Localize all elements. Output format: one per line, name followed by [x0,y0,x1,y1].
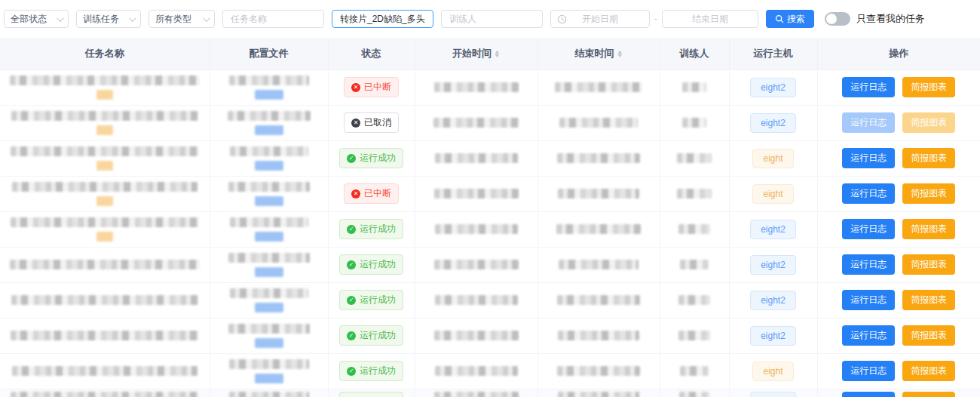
status-cell: ✕ 已中断 [328,69,415,105]
trainer-cell [660,389,729,397]
trainer-redacted-text [678,295,710,305]
category-select[interactable]: 所有类型 [149,10,215,28]
table-row: ✓ 运行成功 eight2 运行日志 简报图表 [0,247,980,282]
host-cell: eight2 [729,105,817,140]
trainer-redacted-text [682,82,706,92]
config-file-cell [210,353,328,389]
config-file-link[interactable] [255,267,283,277]
task-name-redacted-text [11,295,198,305]
report-chart-button[interactable]: 简报图表 [902,148,955,168]
trainer-cell [660,140,729,176]
start-date-input[interactable]: 开始日期 [550,10,650,28]
config-file-cell [210,176,328,211]
trainer-cell [660,247,729,282]
report-chart-button[interactable]: 简报图表 [902,219,955,239]
report-chart-button[interactable]: 简报图表 [902,77,955,97]
task-name-search-input[interactable] [332,10,433,28]
status-select-value: 全部状态 [11,13,47,26]
trainer-cell [660,353,729,389]
task-name-input[interactable] [222,10,324,28]
report-chart-button[interactable]: 简报图表 [902,112,955,133]
status-cell: ✓ 运行成功 [328,282,415,318]
col-header-end-time[interactable]: 结束时间 ▲▼ [537,38,660,69]
trainer-cell [660,176,729,211]
run-log-button[interactable]: 运行日志 [842,361,895,381]
status-cell: ✓ 运行成功 [328,247,415,282]
table-row: ✕ 已取消 eight2 运行日志 简报图表 [0,105,980,140]
report-chart-button[interactable]: 简报图表 [902,290,955,310]
run-log-button[interactable]: 运行日志 [842,254,895,275]
config-file-link[interactable] [255,161,283,171]
config-file-link[interactable] [255,374,283,383]
start-time-redacted-text [435,153,518,163]
host-tag: eight2 [750,113,796,133]
task-name-cell [0,69,210,105]
task-name-redacted-text [12,182,198,192]
training-task-list-page: 全部状态 训练任务 所有类型 开始日期 - 结束日期 [0,0,980,397]
report-chart-button[interactable]: 简报图表 [902,183,955,204]
col-header-task-name: 任务名称 [0,38,210,69]
end-date-input[interactable]: 结束日期 [662,10,758,28]
table-row: ✓ 运行成功 eight2 运行日志 简报图表 [0,282,980,318]
status-badge: ✓ 运行成功 [339,325,403,346]
config-file-cell [210,140,328,176]
status-badge: ✕ 已取消 [344,112,399,133]
trainer-redacted-text [679,392,709,397]
task-name-cell [0,389,210,397]
task-type-tag [96,232,113,242]
run-log-button[interactable]: 运行日志 [842,183,895,204]
trainer-redacted-text [682,118,706,128]
config-file-redacted-text [228,182,310,192]
run-log-button[interactable]: 运行日志 [842,148,895,168]
task-name-redacted-text [10,75,200,85]
sort-icon[interactable]: ▲▼ [495,50,500,57]
chevron-down-icon [129,14,136,22]
start-time-redacted-text [434,82,519,92]
run-log-button[interactable]: 运行日志 [842,325,895,346]
run-log-button[interactable]: 运行日志 [842,219,895,239]
status-select[interactable]: 全部状态 [4,10,69,28]
config-file-link[interactable] [255,196,283,206]
task-name-redacted-text [10,260,200,269]
trainer-cell [660,211,729,247]
trainer-cell [660,69,729,105]
table-row: ✓ 运行成功 eight2 运行日志 简报图表 [0,318,980,353]
task-type-select[interactable]: 训练任务 [76,10,141,28]
task-name-cell [0,176,210,211]
trainer-redacted-text [677,153,712,163]
search-button[interactable]: 搜索 [766,10,814,28]
config-file-link[interactable] [255,232,283,242]
run-log-button[interactable]: 运行日志 [842,112,895,133]
host-cell: eight2 [729,318,817,353]
task-name-redacted-text [11,146,199,156]
sort-icon[interactable]: ▲▼ [617,50,623,57]
status-icon: ✓ [347,331,356,340]
config-file-link[interactable] [255,125,283,135]
report-chart-button[interactable]: 简报图表 [902,325,955,346]
col-header-start-time[interactable]: 开始时间 ▲▼ [415,38,537,69]
run-log-button[interactable]: 运行日志 [842,392,895,397]
status-badge: ✕ 已中断 [344,183,399,204]
trainer-input[interactable] [441,10,543,28]
table-header: 任务名称 配置文件 状态 开始时间 ▲▼ 结束时间 ▲▼ 训练人 运行主机 操作 [0,38,980,69]
status-badge: ✓ 运行成功 [339,148,403,168]
start-time-redacted-text [435,366,518,376]
report-chart-button[interactable]: 简报图表 [902,254,955,275]
end-time-redacted-text [557,153,640,163]
report-chart-button[interactable]: 简报图表 [902,392,955,397]
start-time-cell [415,105,537,140]
config-file-link[interactable] [255,90,283,100]
run-log-button[interactable]: 运行日志 [842,77,895,97]
config-file-cell [210,282,328,318]
task-name-cell [0,318,210,353]
config-file-link[interactable] [255,303,283,312]
config-file-link[interactable] [255,338,283,348]
trainer-redacted-text [678,224,710,234]
end-time-redacted-text [558,331,639,340]
report-chart-button[interactable]: 简报图表 [902,361,955,381]
start-time-cell [415,140,537,176]
toggle-knob [826,14,837,24]
my-tasks-toggle[interactable] [825,12,850,26]
run-log-button[interactable]: 运行日志 [842,290,895,310]
status-cell: ✓ 运行成功 [328,389,415,397]
